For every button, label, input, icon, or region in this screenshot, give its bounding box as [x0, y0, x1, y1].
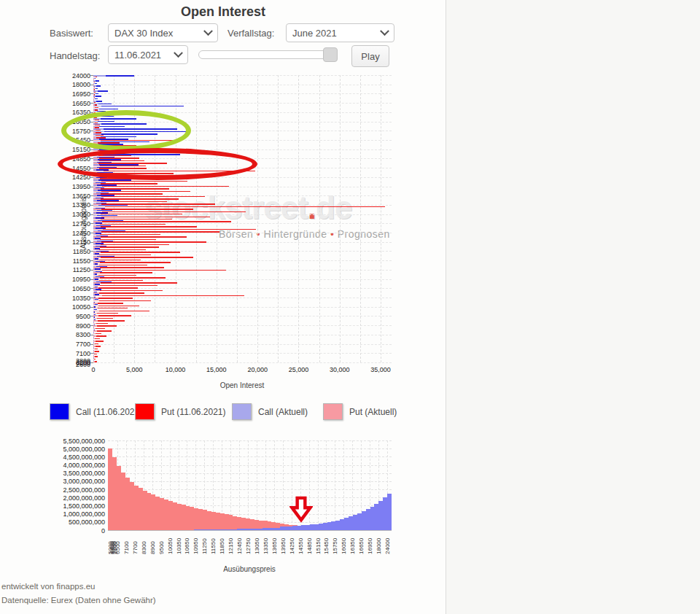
y-tick-label: 11250 [60, 266, 90, 273]
y-tick-label: 10350 [60, 295, 90, 302]
gridline-h [93, 260, 392, 261]
gridline-h [93, 75, 392, 76]
gridline-v [343, 440, 344, 530]
put-bar [93, 246, 159, 247]
put-bar [93, 277, 166, 278]
y-tick-label: 7700 [60, 341, 90, 348]
legend-swatch [323, 403, 343, 420]
gridline-h [108, 456, 392, 457]
call-bar [93, 106, 184, 106]
x-tick-label-overlap: 2600 [112, 532, 118, 554]
gridline-h [93, 325, 392, 326]
gridline-h [108, 481, 392, 482]
legend-label: Call (11.06.2021) [76, 407, 142, 417]
put-bar [93, 285, 158, 286]
x-tick-label: 15750 [332, 532, 338, 554]
footer-developer: entwickelt von finapps.eu [1, 582, 96, 591]
legend-item: Put (Aktuell) [323, 403, 397, 420]
y-tick-label: 10650 [60, 285, 90, 292]
gridline-v [274, 440, 275, 530]
chevron-down-icon [174, 48, 183, 58]
x-tick-label: 11550 [210, 532, 217, 554]
play-button[interactable]: Play [351, 45, 389, 67]
put-bar [93, 221, 231, 222]
gridline-v [298, 75, 299, 362]
x-tick-label: 30,000 [322, 366, 358, 373]
verfallstag-select[interactable]: June 2021 [286, 23, 394, 42]
x-tick-label: 10,000 [158, 366, 194, 373]
gridline-h [108, 440, 392, 441]
gridline-v [237, 75, 238, 362]
handelstag-select[interactable]: 11.06.2021 [108, 45, 188, 64]
put-bar [93, 241, 206, 242]
handelstag-label: Handelstag: [50, 50, 100, 61]
x-tick-label: 10650 [184, 532, 190, 554]
red-arrow-down-annotation [289, 494, 313, 524]
y-tick-label: 8300 [60, 331, 90, 338]
x-tick-label: 16650 [358, 532, 365, 554]
y-tick-label: 1,500,000,000 [42, 502, 105, 510]
put-bar [93, 282, 177, 283]
x-tick-label: 9500 [158, 532, 165, 554]
y-tick-label: 24000 [60, 72, 90, 79]
gridline-v [381, 75, 381, 362]
basiswert-select[interactable]: DAX 30 Index [108, 23, 218, 42]
gridline-v [318, 440, 319, 530]
gridline-v [283, 440, 284, 530]
x-tick-label: 12450 [236, 532, 243, 554]
handelstag-slider-thumb[interactable] [323, 47, 338, 62]
put-bar [93, 306, 139, 306]
x-axis-line [108, 530, 392, 531]
basiswert-label: Basiswert: [50, 28, 93, 39]
x-tick-label: 7100 [123, 532, 130, 554]
x-tick-label: 5,000 [116, 366, 152, 373]
gridline-v [217, 75, 217, 362]
page: Open Interest Basiswert: DAX 30 Index Ve… [0, 0, 700, 614]
gridline-h [108, 489, 392, 490]
legend-label: Put (11.06.2021) [161, 407, 226, 417]
gridline-h [93, 307, 392, 308]
x-tick-label: 25,000 [280, 366, 316, 373]
verfallstag-value: June 2021 [292, 28, 337, 39]
put-bar [93, 298, 133, 298]
put-bar [93, 226, 197, 227]
gridline-h [93, 288, 392, 289]
gridline-h [93, 344, 392, 345]
content-pane: Open Interest Basiswert: DAX 30 Index Ve… [0, 0, 446, 614]
y-tick-label: 13650 [60, 193, 90, 200]
x-tick-label: 13950 [280, 532, 287, 554]
chevron-down-icon [203, 26, 213, 36]
put-bar [93, 315, 131, 316]
y-tick-label: 12750 [60, 220, 90, 228]
x-tick-label: 10050 [167, 532, 174, 554]
verfallstag-label: Verfallstag: [228, 28, 274, 39]
y-tick-label: 5,000,000,000 [42, 446, 105, 453]
put-bar [93, 311, 149, 311]
gridline-v [278, 75, 279, 362]
x-tick-label: 16950 [367, 532, 373, 554]
y-tick-label: 500,000,000 [42, 518, 105, 526]
x-tick-label: 18000 [376, 532, 382, 554]
x-tick-label: 8900 [149, 532, 156, 554]
y-tick-label: 13350 [60, 201, 90, 209]
x-tick-label: 11850 [219, 532, 225, 554]
x-tick-label: 15,000 [198, 366, 235, 373]
y-tick-label: 7100 [60, 350, 90, 357]
y-tick-label: 10050 [60, 303, 90, 311]
page-title: Open Interest [0, 4, 446, 20]
put-bar [93, 290, 163, 291]
footer-datasource: Datenquelle: Eurex (Daten ohne Gewähr) [1, 596, 156, 605]
x-tick-label: 15450 [323, 532, 330, 554]
y-tick-label: 18000 [60, 81, 90, 88]
y-tick-label: 3,000,000,000 [42, 478, 105, 485]
x-tick-label: 14250 [289, 532, 295, 554]
call-value-bar [387, 494, 392, 530]
handelstag-slider-track[interactable] [198, 50, 337, 59]
gridline-h [108, 473, 392, 474]
gridline-h [93, 316, 392, 316]
x-tick-label: 13350 [262, 532, 269, 554]
x-tick-label: 7700 [132, 532, 139, 554]
x-tick-label: 12150 [228, 532, 234, 554]
y-tick-label: 2,500,000,000 [42, 486, 105, 494]
x-tick-label: 13050 [254, 532, 260, 554]
